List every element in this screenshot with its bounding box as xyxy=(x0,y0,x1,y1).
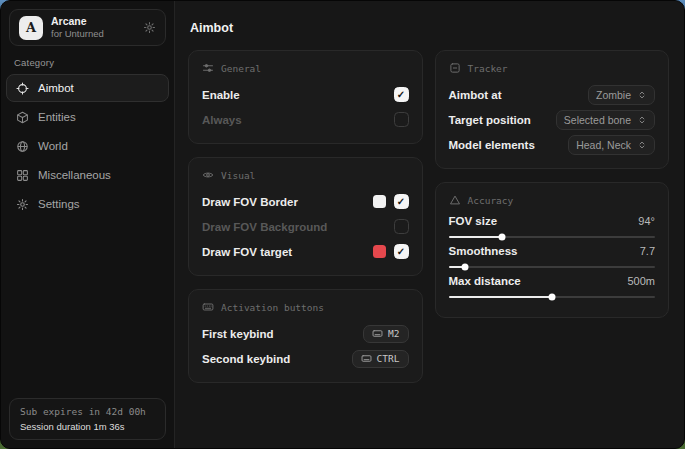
brand-subtitle: for Unturned xyxy=(51,28,104,40)
sidebar-item-aimbot[interactable]: Aimbot xyxy=(6,74,169,102)
fov-border-checkbox[interactable]: ✓ xyxy=(394,194,409,209)
accuracy-card: Accuracy FOV size 94° xyxy=(435,182,670,318)
smoothness-slider-block: Smoothness 7.7 xyxy=(449,245,656,268)
sidebar: A Arcane for Unturned Category xyxy=(1,1,175,448)
model-elements-dropdown[interactable]: Head, Neck xyxy=(568,135,655,155)
category-label: Category xyxy=(14,57,161,68)
fov-background-checkbox[interactable]: ✓ xyxy=(394,219,409,234)
general-card: General Enable ✓ Always ✓ xyxy=(188,50,423,144)
setting-label: Draw FOV target xyxy=(202,246,292,258)
slider-label: Smoothness xyxy=(449,245,518,257)
keyboard-icon xyxy=(361,353,372,364)
keyboard-icon xyxy=(202,301,214,313)
sidebar-item-world[interactable]: World xyxy=(6,132,169,160)
color-swatch[interactable] xyxy=(373,245,386,258)
target-position-dropdown[interactable]: Selected bone xyxy=(556,110,655,130)
accuracy-card-header: Accuracy xyxy=(449,194,656,206)
sidebar-item-miscellaneous[interactable]: Miscellaneous xyxy=(6,161,169,189)
enable-checkbox[interactable]: ✓ xyxy=(394,87,409,102)
slider-value: 94° xyxy=(638,215,655,227)
brand-card: A Arcane for Unturned xyxy=(9,9,166,46)
keybind-value: CTRL xyxy=(377,353,400,364)
session-duration-text: Session duration 1m 36s xyxy=(20,421,155,432)
main-content: Aimbot General xyxy=(175,1,684,448)
app-window: A Arcane for Unturned Category xyxy=(0,0,685,449)
target-box-icon xyxy=(449,62,461,74)
keybind-value: M2 xyxy=(388,328,399,339)
visual-card: Visual Draw FOV Border ✓ Draw FOV Backgr… xyxy=(188,157,423,276)
activation-card-header: Activation buttons xyxy=(202,301,409,313)
gear-icon xyxy=(16,198,29,211)
grid-icon xyxy=(16,169,29,182)
second-keybind-button[interactable]: CTRL xyxy=(352,350,409,368)
slider-fill xyxy=(449,296,552,298)
setting-row-first-keybind: First keybind M2 xyxy=(202,322,409,345)
setting-label: Aimbot at xyxy=(449,89,502,101)
chevron-updown-icon xyxy=(637,140,647,150)
visual-card-header: Visual xyxy=(202,169,409,181)
setting-row-second-keybind: Second keybind CTRL xyxy=(202,347,409,370)
aimbot-at-dropdown[interactable]: Zombie xyxy=(588,85,655,105)
setting-row-always: Always ✓ xyxy=(202,108,409,131)
slider-handle[interactable] xyxy=(548,294,555,301)
gear-icon[interactable] xyxy=(143,21,156,34)
section-title: Activation buttons xyxy=(221,302,324,313)
fov-size-slider-block: FOV size 94° xyxy=(449,215,656,238)
tracker-card-header: Tracker xyxy=(449,62,656,74)
sub-expiry-text: Sub expires in 42d 00h xyxy=(20,406,155,417)
sidebar-nav: Aimbot Entities xyxy=(1,74,174,218)
setting-label: Model elements xyxy=(449,139,535,151)
slider-handle[interactable] xyxy=(462,264,469,271)
sidebar-item-label: World xyxy=(38,140,68,152)
keyboard-icon xyxy=(372,328,383,339)
eye-icon xyxy=(202,169,214,181)
crosshair-icon xyxy=(16,82,29,95)
section-title: Visual xyxy=(221,170,255,181)
section-title: Accuracy xyxy=(468,195,514,206)
fov-size-slider[interactable] xyxy=(449,236,656,238)
setting-label: Always xyxy=(202,114,242,126)
brand-name: Arcane xyxy=(51,15,104,28)
check-icon: ✓ xyxy=(397,90,405,100)
setting-row-fov-target: Draw FOV target ✓ xyxy=(202,240,409,263)
brand-logo: A xyxy=(19,16,43,40)
activation-card: Activation buttons First keybind M2 xyxy=(188,289,423,383)
setting-row-enable: Enable ✓ xyxy=(202,83,409,106)
setting-label: Enable xyxy=(202,89,240,101)
tracker-card: Tracker Aimbot at Zombie xyxy=(435,50,670,169)
setting-label: Second keybind xyxy=(202,353,290,365)
setting-row-model-elements: Model elements Head, Neck xyxy=(449,133,656,156)
sidebar-item-entities[interactable]: Entities xyxy=(6,103,169,131)
dropdown-value: Selected bone xyxy=(564,114,631,126)
sidebar-item-settings[interactable]: Settings xyxy=(6,190,169,218)
sidebar-item-label: Miscellaneous xyxy=(38,169,111,181)
always-checkbox[interactable]: ✓ xyxy=(394,112,409,127)
setting-row-fov-background: Draw FOV Background ✓ xyxy=(202,215,409,238)
triangle-icon xyxy=(449,194,461,206)
slider-label: FOV size xyxy=(449,215,498,227)
sidebar-item-label: Settings xyxy=(38,198,80,210)
dropdown-value: Head, Neck xyxy=(576,139,631,151)
fov-target-checkbox[interactable]: ✓ xyxy=(394,244,409,259)
max-distance-slider[interactable] xyxy=(449,296,656,298)
sidebar-item-label: Aimbot xyxy=(38,82,74,94)
sidebar-item-label: Entities xyxy=(38,111,76,123)
globe-icon xyxy=(16,140,29,153)
subscription-info-card: Sub expires in 42d 00h Session duration … xyxy=(9,398,166,440)
first-keybind-button[interactable]: M2 xyxy=(363,325,408,343)
section-title: Tracker xyxy=(468,63,508,74)
general-card-header: General xyxy=(202,62,409,74)
section-title: General xyxy=(221,63,261,74)
chevron-updown-icon xyxy=(637,90,647,100)
cube-icon xyxy=(16,111,29,124)
slider-label: Max distance xyxy=(449,275,521,287)
color-swatch[interactable] xyxy=(373,195,386,208)
setting-row-target-position: Target position Selected bone xyxy=(449,108,656,131)
max-distance-slider-block: Max distance 500m xyxy=(449,275,656,298)
setting-label: Draw FOV Background xyxy=(202,221,327,233)
check-icon: ✓ xyxy=(397,247,405,257)
slider-value: 7.7 xyxy=(640,245,655,257)
slider-handle[interactable] xyxy=(499,234,506,241)
smoothness-slider[interactable] xyxy=(449,266,656,268)
chevron-updown-icon xyxy=(637,115,647,125)
